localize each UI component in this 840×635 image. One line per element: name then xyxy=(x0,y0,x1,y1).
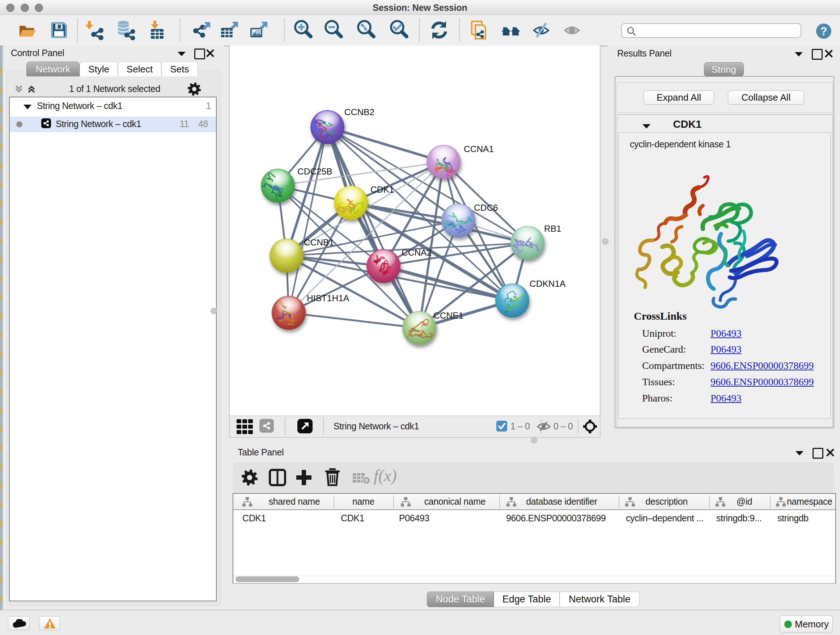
svg-text:CCNA2: CCNA2 xyxy=(401,248,431,257)
svg-text:CDK1: CDK1 xyxy=(370,185,394,195)
svg-text:CCNB1: CCNB1 xyxy=(304,238,334,247)
svg-text:CDC25B: CDC25B xyxy=(297,166,332,176)
svg-text:RB1: RB1 xyxy=(544,224,561,233)
svg-text:CDKN1A: CDKN1A xyxy=(530,279,566,288)
svg-text:CCNE1: CCNE1 xyxy=(433,310,463,320)
svg-text:CDC6: CDC6 xyxy=(474,203,498,212)
svg-text:CCNA1: CCNA1 xyxy=(464,144,494,154)
svg-text:CCNB2: CCNB2 xyxy=(344,107,374,117)
svg-text:HIST1H1A: HIST1H1A xyxy=(307,293,349,303)
